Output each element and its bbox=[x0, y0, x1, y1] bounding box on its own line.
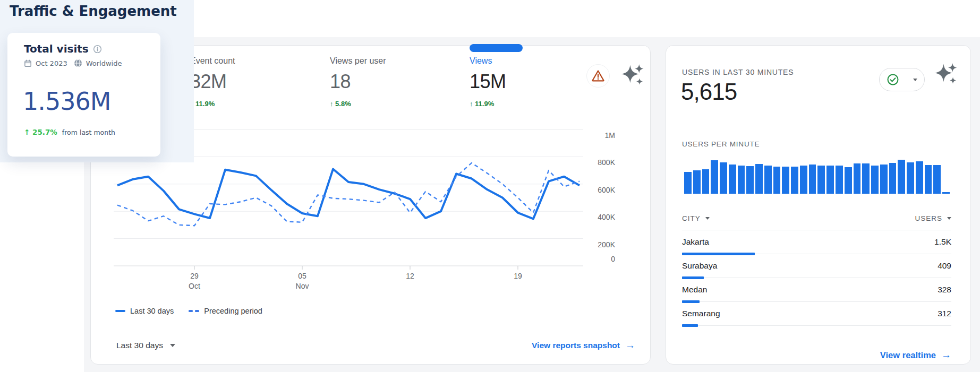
minute-bar bbox=[720, 162, 727, 194]
legend-dashed-swatch bbox=[189, 310, 199, 313]
tab-event-count[interactable]: Event count 32M ↑ 11.9% bbox=[190, 56, 330, 108]
chevron-down-icon bbox=[913, 79, 917, 81]
minute-bar bbox=[693, 170, 701, 194]
period-label: Oct 2023 bbox=[36, 59, 67, 67]
minute-bar bbox=[933, 165, 941, 194]
minute-bar bbox=[773, 167, 781, 194]
realtime-card: USERS IN LAST 30 MINUTES 5,615 USERS PER… bbox=[666, 45, 971, 365]
view-reports-snapshot-link[interactable]: View reports snapshot → bbox=[532, 340, 635, 351]
users-value: 1.5K bbox=[934, 237, 951, 247]
users-value: 409 bbox=[938, 261, 951, 271]
realtime-users-value: 5,615 bbox=[681, 79, 737, 105]
table-row: Medan328 bbox=[682, 278, 951, 302]
calendar-icon bbox=[24, 59, 32, 67]
minute-bar bbox=[809, 165, 816, 194]
total-visits-meta: Oct 2023 Worldwide bbox=[24, 59, 122, 67]
minute-bar bbox=[836, 166, 843, 194]
ga-card-footer: Last 30 days View reports snapshot → bbox=[116, 340, 635, 351]
users-value: 312 bbox=[938, 309, 951, 318]
city-label: Surabaya bbox=[682, 261, 717, 271]
minute-bar bbox=[916, 161, 923, 194]
metric-tabs: Event count 32M ↑ 11.9% Views per user 1… bbox=[190, 56, 609, 108]
minute-bar bbox=[862, 163, 870, 194]
metric-delta: ↑ 11.9% bbox=[470, 100, 609, 108]
minute-bar bbox=[845, 167, 852, 194]
y-axis-label: 400K bbox=[586, 213, 615, 221]
metric-label: Event count bbox=[190, 56, 330, 66]
y-axis-label: 0 bbox=[586, 255, 615, 263]
users-value: 328 bbox=[938, 285, 951, 295]
scope-label: Worldwide bbox=[86, 59, 122, 67]
chart-legend: Last 30 days Preceding period bbox=[115, 307, 262, 315]
minute-bar bbox=[907, 162, 914, 194]
minute-bar bbox=[880, 165, 888, 194]
analytics-dashboard: Event count 32M ↑ 11.9% Views per user 1… bbox=[0, 0, 980, 372]
minute-bar bbox=[746, 166, 754, 194]
users-per-minute-chart bbox=[684, 157, 950, 194]
y-axis-label: 200K bbox=[586, 240, 615, 249]
metric-value: 18 bbox=[330, 71, 470, 93]
sort-caret-icon bbox=[705, 217, 710, 220]
info-icon[interactable] bbox=[93, 45, 102, 54]
realtime-status-pill[interactable] bbox=[879, 68, 925, 91]
minute-bar bbox=[702, 169, 710, 194]
y-axis-label: 600K bbox=[586, 186, 615, 194]
metric-value: 32M bbox=[190, 71, 330, 93]
traffic-engagement-panel: Traffic & Engagement Total visits Oct 20… bbox=[0, 0, 194, 162]
y-axis-label: 800K bbox=[586, 158, 615, 167]
minute-bar bbox=[889, 163, 897, 194]
gemini-sparkle-icon[interactable] bbox=[934, 62, 958, 86]
minute-bar bbox=[684, 172, 692, 194]
x-axis-label: 29Oct bbox=[180, 271, 209, 291]
x-axis-label: 05Nov bbox=[287, 271, 317, 291]
city-users-bar bbox=[682, 324, 698, 327]
x-axis-label: 12 bbox=[395, 271, 425, 281]
city-label: Semarang bbox=[682, 309, 720, 318]
delta-suffix: from last month bbox=[62, 128, 115, 136]
tab-views-per-user[interactable]: Views per user 18 ↑ 5.8% bbox=[330, 56, 470, 108]
chevron-down-icon bbox=[170, 344, 175, 347]
delta-percent: ↑ 25.7% bbox=[24, 128, 57, 136]
sort-by-users[interactable]: USERS bbox=[915, 214, 951, 222]
check-circle-icon bbox=[887, 73, 899, 86]
panel-title: Traffic & Engagement bbox=[10, 3, 177, 19]
minute-bar bbox=[800, 166, 807, 194]
metric-delta: ↑ 11.9% bbox=[190, 100, 330, 108]
y-axis-label: 1M bbox=[586, 131, 615, 140]
table-row: Semarang312 bbox=[682, 302, 951, 326]
total-visits-card: Total visits Oct 2023 bbox=[7, 33, 160, 157]
total-visits-delta: ↑ 25.7% from last month bbox=[24, 128, 115, 136]
metric-label: Views per user bbox=[330, 56, 470, 66]
gemini-sparkle-icon[interactable] bbox=[620, 63, 645, 87]
legend-solid-swatch bbox=[115, 310, 125, 313]
table-row: Jakarta1.5K bbox=[682, 230, 951, 254]
globe-icon bbox=[74, 59, 82, 67]
minute-bar bbox=[942, 192, 950, 194]
view-realtime-link[interactable]: View realtime → bbox=[880, 349, 951, 361]
metric-delta: ↑ 5.8% bbox=[330, 100, 470, 108]
minute-bar bbox=[871, 166, 879, 194]
minute-bar bbox=[764, 166, 772, 194]
city-label: Jakarta bbox=[682, 237, 709, 247]
minute-bar bbox=[854, 163, 861, 194]
minute-bar bbox=[925, 165, 932, 194]
users-per-minute-title: USERS PER MINUTE bbox=[682, 140, 760, 148]
minute-bar bbox=[738, 166, 745, 194]
arrow-right-icon: → bbox=[625, 340, 635, 351]
date-range-selector[interactable]: Last 30 days bbox=[116, 341, 175, 350]
minute-bar bbox=[898, 160, 905, 194]
x-axis-label: 19 bbox=[503, 271, 533, 281]
arrow-right-icon: → bbox=[941, 349, 951, 361]
metric-label: Views bbox=[470, 56, 609, 66]
legend-label: Last 30 days bbox=[130, 307, 174, 315]
table-row: Surabaya409 bbox=[682, 254, 951, 278]
total-visits-label: Total visits bbox=[24, 42, 89, 55]
realtime-city-table: CITY USERS Jakarta1.5KSurabaya409Medan32… bbox=[682, 207, 951, 326]
anomaly-warning-icon[interactable] bbox=[586, 64, 610, 88]
minute-bar bbox=[817, 166, 825, 194]
sort-caret-icon bbox=[947, 217, 951, 220]
minute-bar bbox=[791, 167, 798, 194]
date-range-label: Last 30 days bbox=[116, 341, 163, 350]
sort-by-city[interactable]: CITY bbox=[682, 214, 710, 222]
minute-bar bbox=[711, 160, 718, 194]
